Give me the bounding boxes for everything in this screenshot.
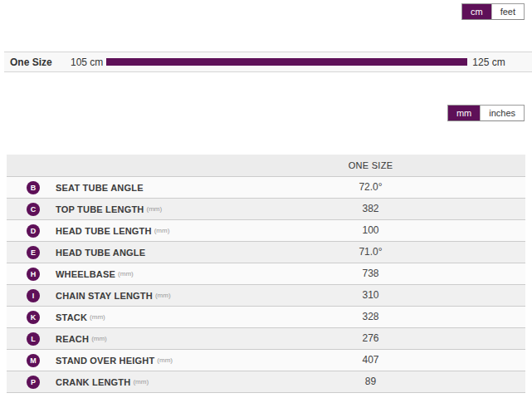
row-label-cell: ICHAIN STAY LENGTH(mm) [7, 284, 216, 306]
size-range-row: One Size 105 cm 125 cm [4, 52, 532, 72]
row-label: WHEELBASE [56, 269, 115, 279]
row-letter-badge: M [27, 354, 40, 367]
row-label-cell: LREACH(mm) [7, 327, 216, 349]
table-row: PCRANK LENGTH(mm) 89 [7, 371, 525, 392]
row-letter-badge: P [27, 376, 40, 389]
row-label: HEAD TUBE LENGTH [56, 226, 152, 236]
row-letter-badge: C [27, 203, 40, 216]
row-letter-badge: I [27, 289, 40, 302]
geometry-unit-mm-button[interactable]: mm [448, 106, 480, 120]
geometry-table-header-row: ONE SIZE [7, 155, 525, 176]
row-label-cell: MSTAND OVER HEIGHT(mm) [7, 349, 216, 371]
row-label: CRANK LENGTH [56, 377, 130, 387]
row-label: CHAIN STAY LENGTH [56, 291, 153, 301]
row-unit: (mm) [157, 356, 173, 364]
row-unit: (mm) [147, 205, 163, 213]
size-range-bar [106, 58, 467, 66]
row-unit: (mm) [90, 313, 105, 321]
row-unit: (mm) [91, 335, 107, 342]
geometry-table-body: BSEAT TUBE ANGLE 72.0° CTOP TUBE LENGTH(… [7, 176, 525, 392]
size-range-max: 125 cm [472, 57, 505, 68]
row-unit: (mm) [133, 378, 149, 386]
row-label-cell: HWHEELBASE(mm) [7, 263, 216, 284]
row-label: REACH [56, 334, 89, 344]
row-letter-badge: H [27, 268, 40, 281]
table-row: BSEAT TUBE ANGLE 72.0° [7, 176, 525, 198]
table-row: CTOP TUBE LENGTH(mm) 382 [7, 198, 525, 219]
table-row: LREACH(mm) 276 [7, 327, 525, 349]
row-label: SEAT TUBE ANGLE [56, 183, 144, 193]
geometry-unit-toggle-row: mm inches [0, 105, 532, 121]
row-label-cell: DHEAD TUBE LENGTH(mm) [7, 219, 216, 241]
row-value: 328 [216, 306, 525, 327]
row-value: 100 [216, 219, 525, 241]
row-value: 71.0° [216, 241, 525, 263]
size-unit-toggle-row: cm feet [0, 0, 532, 20]
row-value: 276 [216, 327, 525, 349]
row-value: 738 [216, 263, 525, 284]
size-unit-toggle-group: cm feet [461, 3, 525, 20]
row-label-cell: KSTACK(mm) [7, 306, 216, 327]
row-letter-badge: L [27, 332, 40, 346]
size-unit-cm-button[interactable]: cm [462, 4, 491, 19]
bike-geometry-page: cm feet One Size 105 cm 125 cm mm inches… [0, 0, 532, 398]
row-letter-badge: K [27, 311, 40, 324]
table-row: MSTAND OVER HEIGHT(mm) 407 [7, 349, 525, 371]
row-letter-badge: B [27, 181, 40, 194]
table-row: ICHAIN STAY LENGTH(mm) 310 [7, 284, 525, 306]
row-label: TOP TUBE LENGTH [56, 204, 144, 214]
geometry-unit-toggle-group: mm inches [447, 105, 525, 121]
row-value: 310 [216, 284, 525, 306]
row-unit: (mm) [155, 292, 171, 299]
table-row: KSTACK(mm) 328 [7, 306, 525, 327]
row-label-cell: BSEAT TUBE ANGLE [7, 176, 216, 198]
table-row: EHEAD TUBE ANGLE 71.0° [7, 241, 525, 263]
row-value: 382 [216, 198, 525, 219]
row-unit: (mm) [154, 227, 170, 234]
geometry-table: ONE SIZE BSEAT TUBE ANGLE 72.0° CTOP TUB… [7, 155, 525, 393]
row-label-cell: EHEAD TUBE ANGLE [7, 241, 216, 263]
row-letter-badge: E [27, 246, 40, 259]
geometry-unit-inches-button[interactable]: inches [480, 106, 524, 120]
row-label: STACK [56, 312, 87, 322]
header-empty-cell [7, 155, 216, 176]
row-value: 72.0° [216, 176, 525, 198]
size-range-min: 105 cm [71, 57, 103, 68]
row-unit: (mm) [118, 270, 134, 278]
row-label: HEAD TUBE ANGLE [56, 248, 145, 258]
row-label-cell: PCRANK LENGTH(mm) [7, 371, 216, 392]
size-range-label: One Size [4, 57, 71, 68]
size-unit-feet-button[interactable]: feet [491, 4, 524, 19]
row-value: 89 [216, 371, 525, 392]
header-one-size: ONE SIZE [216, 155, 525, 176]
row-label-cell: CTOP TUBE LENGTH(mm) [7, 198, 216, 219]
row-label: STAND OVER HEIGHT [56, 356, 154, 366]
table-row: HWHEELBASE(mm) 738 [7, 263, 525, 284]
row-letter-badge: D [27, 224, 40, 238]
row-value: 407 [216, 349, 525, 371]
table-row: DHEAD TUBE LENGTH(mm) 100 [7, 219, 525, 241]
